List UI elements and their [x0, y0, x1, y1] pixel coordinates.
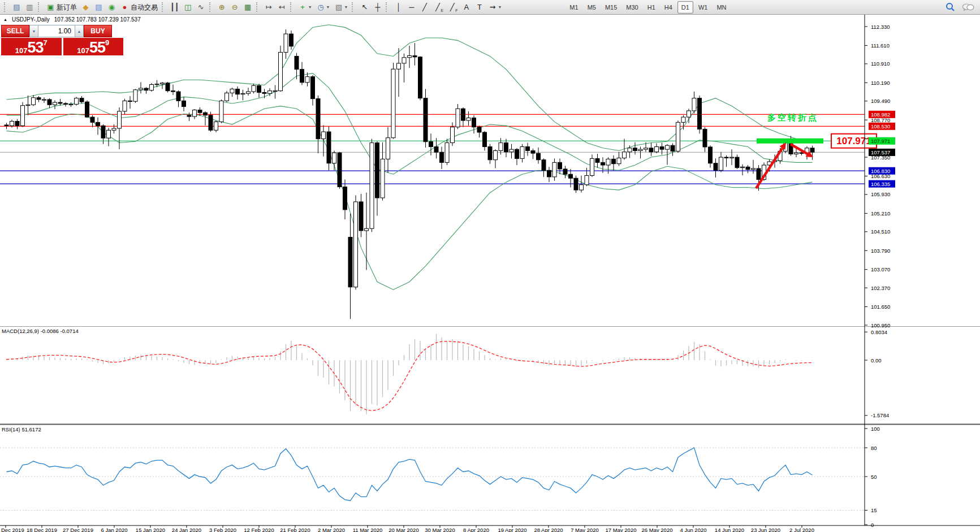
chat-icon[interactable] — [962, 3, 974, 12]
bear-candle — [311, 77, 315, 99]
dropdown-arrow-icon[interactable]: ▼ — [498, 2, 502, 13]
red-arrow-object-1[interactable] — [756, 148, 782, 188]
tile-windows-button[interactable]: ▦ — [242, 2, 254, 13]
zoom-in-button[interactable]: ⊕ — [216, 2, 228, 13]
text-tool-button[interactable]: A — [460, 2, 472, 13]
price-badge-label: 107.537 — [871, 149, 890, 155]
bear-candle — [187, 115, 191, 116]
periods-button[interactable]: ◷▼ — [315, 2, 332, 13]
signals-button[interactable]: ◉ — [106, 2, 118, 13]
vertical-line-tool-button[interactable]: │ — [392, 2, 404, 13]
timeframe-h4-button[interactable]: H4 — [660, 1, 676, 14]
symbol-ohlc-values: 107.352 107.783 107.239 107.537 — [54, 16, 141, 23]
time-axis-label: 21 Feb 2020 — [280, 527, 310, 532]
timeframe-m1-button[interactable]: M1 — [565, 1, 582, 14]
buy-price-display[interactable]: 107559 — [63, 38, 124, 55]
timeframe-m5-button[interactable]: M5 — [584, 1, 600, 14]
bear-candle — [101, 126, 105, 138]
timeframe-m15-button[interactable]: M15 — [601, 1, 621, 14]
toolbar-separator — [162, 2, 166, 12]
bull-candle — [623, 152, 627, 158]
indicators-button[interactable]: +▼ — [297, 2, 314, 13]
time-axis[interactable]: Dec 201918 Dec 201927 Dec 20196 Jan 2020… — [1, 526, 814, 532]
autotrading-button[interactable]: ●自动交易 — [119, 2, 159, 13]
bull-candle — [26, 105, 30, 105]
chart-shift-button[interactable]: ↤ — [276, 2, 288, 13]
bull-candle — [241, 93, 245, 94]
price-badge-label: 106.830 — [871, 168, 890, 174]
timeframe-mn-button[interactable]: MN — [713, 1, 730, 14]
bear-candle — [166, 83, 170, 91]
bull-candle — [133, 90, 137, 101]
templates-icon: ▧ — [335, 2, 343, 13]
auto-scroll-icon: ↦ — [265, 2, 273, 13]
new-order-button[interactable]: ▣新订单 — [45, 2, 79, 13]
horizontal-line-tool-button[interactable]: ─ — [405, 2, 417, 13]
time-axis-label: 24 Jan 2020 — [172, 527, 201, 532]
axis-tick-label: 109.490 — [871, 98, 890, 104]
timeframe-h1-button[interactable]: H1 — [644, 1, 659, 14]
price-badge-label: 107.971 — [871, 138, 890, 144]
arrows-tool-button[interactable]: ⇝▼ — [486, 2, 503, 13]
volume-increase-button[interactable]: ▲ — [75, 25, 84, 37]
search-icon[interactable] — [946, 2, 955, 12]
line-chart-mode-button[interactable]: ∿ — [195, 2, 207, 13]
mql5-community-button[interactable]: ◆ — [80, 2, 92, 13]
bull-candle — [638, 149, 642, 150]
profiles-button[interactable]: ▥ — [24, 2, 36, 13]
sell-price-display[interactable]: 107537 — [1, 38, 62, 55]
volume-decrease-button[interactable]: ▼ — [29, 25, 38, 37]
zoom-out-button[interactable]: ⊖ — [229, 2, 241, 13]
price-axis[interactable]: 112.330111.610110.910110.190109.490108.7… — [865, 24, 895, 528]
timeframe-d1-button-label: D1 — [681, 2, 689, 13]
timeframe-d1-button[interactable]: D1 — [677, 1, 693, 14]
bear-candle — [488, 147, 492, 160]
dropdown-arrow-icon[interactable]: ▼ — [308, 2, 312, 13]
trendline-tool-button[interactable]: ╱ — [418, 2, 430, 13]
new-order-button-label: 新订单 — [57, 2, 77, 13]
fibonacci-tool-button[interactable]: ╱F — [446, 2, 459, 13]
buy-button[interactable]: BUY — [84, 25, 112, 37]
bull-candle — [391, 69, 395, 138]
volume-input[interactable] — [38, 25, 75, 37]
rsi-indicator-label: RSI(14) 51.6172 — [2, 426, 41, 432]
terminal-button[interactable]: ▤ — [93, 2, 105, 13]
bull-candle — [139, 88, 143, 90]
axis-tick-label: 112.330 — [871, 24, 890, 30]
dropdown-arrow-icon[interactable]: ▼ — [344, 2, 348, 13]
dropdown-arrow-icon[interactable]: ▼ — [326, 2, 330, 13]
bar-chart-mode-button[interactable]: ┃┃ — [169, 2, 181, 13]
timeframe-m15-button-label: M15 — [605, 2, 617, 13]
bear-candle — [724, 157, 728, 158]
equidistant-channel-tool-button[interactable]: ╱E — [431, 2, 445, 13]
time-axis-label: 27 Dec 2019 — [63, 527, 93, 532]
text-label-tool-button[interactable]: T — [473, 2, 485, 13]
bear-candle — [90, 117, 94, 122]
cursor-tool-button[interactable]: ↖ — [359, 2, 370, 13]
crosshair-tool-button[interactable]: ┼ — [372, 2, 383, 13]
bear-candle — [128, 101, 132, 101]
signals-icon: ◉ — [107, 2, 116, 13]
cursor-tool-icon: ↖ — [360, 2, 369, 13]
green-rectangle-object[interactable] — [757, 139, 823, 144]
time-axis-label: 2 Jul 2020 — [789, 527, 814, 532]
timeframe-w1-button[interactable]: W1 — [694, 1, 712, 14]
time-axis-label: 17 May 2020 — [606, 527, 637, 532]
chart-canvas[interactable]: 多空转折点107.971112.330111.610110.910110.190… — [0, 15, 980, 532]
templates-button[interactable]: ▧▼ — [333, 2, 350, 13]
bull-candle — [719, 157, 723, 170]
auto-scroll-button[interactable]: ↦ — [263, 2, 275, 13]
bar-chart-mode-icon: ┃┃ — [170, 2, 179, 13]
bull-candle — [628, 148, 632, 152]
new-chart-button[interactable]: ▤ — [11, 2, 23, 13]
text-tool-icon: A — [462, 2, 470, 13]
candlestick-mode-button[interactable]: ◫ — [182, 2, 194, 13]
sell-button[interactable]: SELL — [1, 25, 29, 37]
toolbar-separator — [290, 2, 294, 12]
bull-candle — [252, 85, 256, 92]
bull-candle — [655, 147, 659, 152]
chart-window[interactable]: 多空转折点107.971112.330111.610110.910110.190… — [0, 15, 980, 532]
timeframe-m30-button[interactable]: M30 — [622, 1, 642, 14]
annotation-text[interactable]: 多空转折点 — [767, 113, 818, 123]
bull-candle — [322, 132, 326, 139]
